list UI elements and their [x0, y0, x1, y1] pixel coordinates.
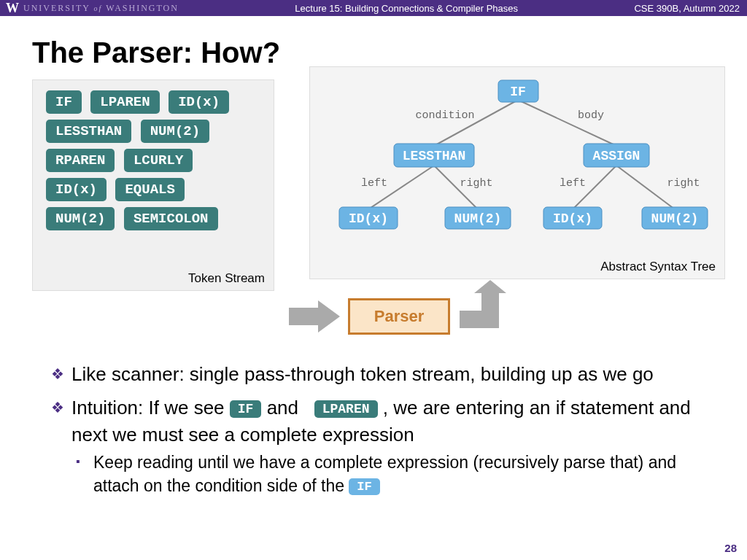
token: SEMICOLON	[124, 207, 218, 230]
ast-node-lessthan: LESSTHAN	[394, 144, 474, 167]
bullet-list: Like scanner: single pass-through token …	[0, 357, 747, 498]
svg-marker-20	[289, 300, 340, 332]
edge-label: right	[460, 177, 492, 190]
svg-text:ASSIGN: ASSIGN	[593, 149, 640, 163]
token: ID(x)	[46, 178, 107, 201]
ast-panel: IF condition body LESSTHAN ASSIGN left r…	[309, 66, 725, 279]
svg-text:NUM(2): NUM(2)	[651, 211, 699, 226]
token: LESSTHAN	[46, 120, 131, 143]
svg-text:ID(x): ID(x)	[349, 211, 388, 226]
token: LPAREN	[90, 90, 159, 114]
token: ID(x)	[169, 90, 229, 114]
inline-token: LPAREN	[314, 400, 378, 418]
edge-label: body	[578, 109, 604, 122]
ast-node-leaf: ID(x)	[543, 207, 602, 229]
edge-label: left	[560, 177, 586, 190]
ast-node-if: IF	[498, 80, 538, 102]
svg-line-0	[434, 100, 518, 146]
edge-label: right	[667, 177, 700, 190]
arrow-right-icon	[289, 298, 344, 335]
inline-token: IF	[349, 478, 379, 495]
token-stream-panel: IF LPAREN ID(x) LESSTHAN NUM(2) RPAREN L…	[32, 79, 274, 291]
uw-logo: W	[0, 1, 23, 16]
ast-node-leaf: ID(x)	[339, 207, 398, 229]
course-code: CSE 390B, Autumn 2022	[634, 3, 747, 14]
university-name: UNIVERSITY of WASHINGTON	[23, 3, 179, 14]
token: NUM(2)	[46, 207, 115, 230]
token: EQUALS	[115, 178, 184, 201]
ast-node-leaf: NUM(2)	[642, 207, 708, 229]
header-bar: W UNIVERSITY of WASHINGTON Lecture 15: B…	[0, 0, 747, 16]
edge-label: left	[361, 177, 387, 190]
arrow-up-icon	[460, 280, 511, 338]
bullet-item: Intuition: If we see IF and LPAREN , we …	[51, 394, 718, 497]
ast-node-leaf: NUM(2)	[445, 207, 511, 229]
inline-token: IF	[230, 400, 262, 418]
token: NUM(2)	[141, 120, 209, 143]
token: LCURLY	[124, 149, 193, 172]
svg-text:LESSTHAN: LESSTHAN	[403, 149, 465, 163]
edge-label: condition	[415, 109, 474, 122]
ast-node-assign: ASSIGN	[584, 144, 649, 167]
lecture-title: Lecture 15: Building Connections & Compi…	[179, 3, 635, 14]
ast-panel-label: Abstract Syntax Tree	[600, 260, 716, 274]
ast-tree: IF condition body LESSTHAN ASSIGN left r…	[310, 67, 726, 280]
token-panel-label: Token Stream	[188, 271, 265, 286]
svg-marker-21	[460, 280, 506, 328]
svg-line-5	[616, 166, 675, 209]
token: RPAREN	[46, 149, 115, 172]
token: IF	[46, 90, 82, 114]
sub-bullet-item: Keep reading until we have a complete ex…	[71, 451, 718, 497]
bullet-item: Like scanner: single pass-through token …	[51, 361, 718, 387]
parser-box: Parser	[348, 298, 450, 335]
svg-text:NUM(2): NUM(2)	[454, 211, 502, 226]
page-number: 28	[724, 542, 737, 554]
svg-text:IF: IF	[510, 85, 526, 99]
svg-text:ID(x): ID(x)	[553, 211, 592, 226]
svg-line-1	[518, 100, 616, 146]
